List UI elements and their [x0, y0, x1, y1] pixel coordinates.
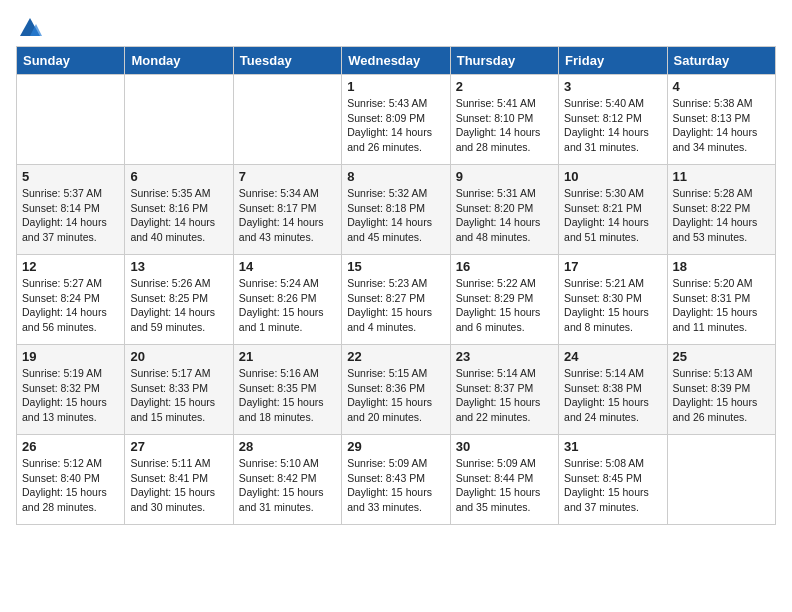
day-info: Sunrise: 5:35 AM Sunset: 8:16 PM Dayligh… — [130, 186, 227, 245]
calendar-table: SundayMondayTuesdayWednesdayThursdayFrid… — [16, 46, 776, 525]
calendar-cell: 3Sunrise: 5:40 AM Sunset: 8:12 PM Daylig… — [559, 75, 667, 165]
day-info: Sunrise: 5:17 AM Sunset: 8:33 PM Dayligh… — [130, 366, 227, 425]
day-info: Sunrise: 5:30 AM Sunset: 8:21 PM Dayligh… — [564, 186, 661, 245]
day-number: 25 — [673, 349, 770, 364]
day-number: 6 — [130, 169, 227, 184]
calendar-cell: 20Sunrise: 5:17 AM Sunset: 8:33 PM Dayli… — [125, 345, 233, 435]
calendar-cell: 11Sunrise: 5:28 AM Sunset: 8:22 PM Dayli… — [667, 165, 775, 255]
logo-icon — [18, 16, 42, 40]
day-info: Sunrise: 5:16 AM Sunset: 8:35 PM Dayligh… — [239, 366, 336, 425]
day-info: Sunrise: 5:31 AM Sunset: 8:20 PM Dayligh… — [456, 186, 553, 245]
day-info: Sunrise: 5:32 AM Sunset: 8:18 PM Dayligh… — [347, 186, 444, 245]
day-number: 24 — [564, 349, 661, 364]
day-number: 28 — [239, 439, 336, 454]
calendar-cell: 2Sunrise: 5:41 AM Sunset: 8:10 PM Daylig… — [450, 75, 558, 165]
day-number: 16 — [456, 259, 553, 274]
calendar-cell: 4Sunrise: 5:38 AM Sunset: 8:13 PM Daylig… — [667, 75, 775, 165]
calendar-header: SundayMondayTuesdayWednesdayThursdayFrid… — [17, 47, 776, 75]
day-info: Sunrise: 5:08 AM Sunset: 8:45 PM Dayligh… — [564, 456, 661, 515]
day-info: Sunrise: 5:15 AM Sunset: 8:36 PM Dayligh… — [347, 366, 444, 425]
calendar-cell: 5Sunrise: 5:37 AM Sunset: 8:14 PM Daylig… — [17, 165, 125, 255]
day-number: 21 — [239, 349, 336, 364]
calendar-cell: 6Sunrise: 5:35 AM Sunset: 8:16 PM Daylig… — [125, 165, 233, 255]
logo — [16, 16, 42, 36]
day-info: Sunrise: 5:13 AM Sunset: 8:39 PM Dayligh… — [673, 366, 770, 425]
day-info: Sunrise: 5:27 AM Sunset: 8:24 PM Dayligh… — [22, 276, 119, 335]
calendar-cell: 31Sunrise: 5:08 AM Sunset: 8:45 PM Dayli… — [559, 435, 667, 525]
day-number: 30 — [456, 439, 553, 454]
day-info: Sunrise: 5:14 AM Sunset: 8:37 PM Dayligh… — [456, 366, 553, 425]
calendar-cell: 24Sunrise: 5:14 AM Sunset: 8:38 PM Dayli… — [559, 345, 667, 435]
calendar-cell: 25Sunrise: 5:13 AM Sunset: 8:39 PM Dayli… — [667, 345, 775, 435]
day-number: 1 — [347, 79, 444, 94]
day-info: Sunrise: 5:12 AM Sunset: 8:40 PM Dayligh… — [22, 456, 119, 515]
day-number: 20 — [130, 349, 227, 364]
weekday-header: Thursday — [450, 47, 558, 75]
calendar-cell: 29Sunrise: 5:09 AM Sunset: 8:43 PM Dayli… — [342, 435, 450, 525]
weekday-header: Tuesday — [233, 47, 341, 75]
day-number: 2 — [456, 79, 553, 94]
day-info: Sunrise: 5:14 AM Sunset: 8:38 PM Dayligh… — [564, 366, 661, 425]
day-info: Sunrise: 5:20 AM Sunset: 8:31 PM Dayligh… — [673, 276, 770, 335]
day-info: Sunrise: 5:40 AM Sunset: 8:12 PM Dayligh… — [564, 96, 661, 155]
day-number: 22 — [347, 349, 444, 364]
calendar-cell: 1Sunrise: 5:43 AM Sunset: 8:09 PM Daylig… — [342, 75, 450, 165]
day-number: 9 — [456, 169, 553, 184]
day-info: Sunrise: 5:10 AM Sunset: 8:42 PM Dayligh… — [239, 456, 336, 515]
day-info: Sunrise: 5:09 AM Sunset: 8:44 PM Dayligh… — [456, 456, 553, 515]
calendar-cell: 14Sunrise: 5:24 AM Sunset: 8:26 PM Dayli… — [233, 255, 341, 345]
calendar-cell: 21Sunrise: 5:16 AM Sunset: 8:35 PM Dayli… — [233, 345, 341, 435]
day-number: 23 — [456, 349, 553, 364]
day-number: 3 — [564, 79, 661, 94]
day-number: 13 — [130, 259, 227, 274]
day-number: 11 — [673, 169, 770, 184]
calendar-cell: 17Sunrise: 5:21 AM Sunset: 8:30 PM Dayli… — [559, 255, 667, 345]
calendar-cell: 9Sunrise: 5:31 AM Sunset: 8:20 PM Daylig… — [450, 165, 558, 255]
day-info: Sunrise: 5:11 AM Sunset: 8:41 PM Dayligh… — [130, 456, 227, 515]
day-number: 15 — [347, 259, 444, 274]
calendar-cell: 27Sunrise: 5:11 AM Sunset: 8:41 PM Dayli… — [125, 435, 233, 525]
day-info: Sunrise: 5:09 AM Sunset: 8:43 PM Dayligh… — [347, 456, 444, 515]
day-info: Sunrise: 5:19 AM Sunset: 8:32 PM Dayligh… — [22, 366, 119, 425]
weekday-header: Wednesday — [342, 47, 450, 75]
weekday-header: Sunday — [17, 47, 125, 75]
weekday-header: Saturday — [667, 47, 775, 75]
day-number: 29 — [347, 439, 444, 454]
day-info: Sunrise: 5:28 AM Sunset: 8:22 PM Dayligh… — [673, 186, 770, 245]
day-number: 27 — [130, 439, 227, 454]
day-number: 10 — [564, 169, 661, 184]
calendar-cell — [17, 75, 125, 165]
weekday-header: Monday — [125, 47, 233, 75]
day-info: Sunrise: 5:23 AM Sunset: 8:27 PM Dayligh… — [347, 276, 444, 335]
day-number: 4 — [673, 79, 770, 94]
calendar-body: 1Sunrise: 5:43 AM Sunset: 8:09 PM Daylig… — [17, 75, 776, 525]
calendar-cell: 10Sunrise: 5:30 AM Sunset: 8:21 PM Dayli… — [559, 165, 667, 255]
calendar-cell: 15Sunrise: 5:23 AM Sunset: 8:27 PM Dayli… — [342, 255, 450, 345]
calendar-cell: 7Sunrise: 5:34 AM Sunset: 8:17 PM Daylig… — [233, 165, 341, 255]
calendar-cell: 28Sunrise: 5:10 AM Sunset: 8:42 PM Dayli… — [233, 435, 341, 525]
day-info: Sunrise: 5:41 AM Sunset: 8:10 PM Dayligh… — [456, 96, 553, 155]
day-info: Sunrise: 5:22 AM Sunset: 8:29 PM Dayligh… — [456, 276, 553, 335]
day-number: 8 — [347, 169, 444, 184]
day-number: 26 — [22, 439, 119, 454]
day-info: Sunrise: 5:24 AM Sunset: 8:26 PM Dayligh… — [239, 276, 336, 335]
day-number: 12 — [22, 259, 119, 274]
weekday-header: Friday — [559, 47, 667, 75]
day-info: Sunrise: 5:37 AM Sunset: 8:14 PM Dayligh… — [22, 186, 119, 245]
calendar-cell: 26Sunrise: 5:12 AM Sunset: 8:40 PM Dayli… — [17, 435, 125, 525]
calendar-cell: 13Sunrise: 5:26 AM Sunset: 8:25 PM Dayli… — [125, 255, 233, 345]
calendar-cell: 16Sunrise: 5:22 AM Sunset: 8:29 PM Dayli… — [450, 255, 558, 345]
calendar-cell — [125, 75, 233, 165]
day-number: 14 — [239, 259, 336, 274]
day-info: Sunrise: 5:38 AM Sunset: 8:13 PM Dayligh… — [673, 96, 770, 155]
calendar-cell: 23Sunrise: 5:14 AM Sunset: 8:37 PM Dayli… — [450, 345, 558, 435]
day-info: Sunrise: 5:26 AM Sunset: 8:25 PM Dayligh… — [130, 276, 227, 335]
calendar-cell: 19Sunrise: 5:19 AM Sunset: 8:32 PM Dayli… — [17, 345, 125, 435]
calendar-cell: 18Sunrise: 5:20 AM Sunset: 8:31 PM Dayli… — [667, 255, 775, 345]
day-number: 7 — [239, 169, 336, 184]
calendar-cell: 22Sunrise: 5:15 AM Sunset: 8:36 PM Dayli… — [342, 345, 450, 435]
calendar-cell — [667, 435, 775, 525]
day-number: 5 — [22, 169, 119, 184]
day-number: 19 — [22, 349, 119, 364]
day-info: Sunrise: 5:43 AM Sunset: 8:09 PM Dayligh… — [347, 96, 444, 155]
